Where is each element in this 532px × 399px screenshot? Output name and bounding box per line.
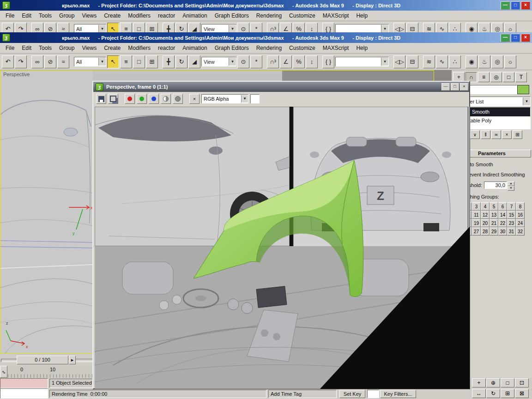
next-frame-arrow[interactable]: ▸ [69, 356, 76, 364]
field-of-view-button[interactable]: ⊠ [515, 389, 529, 398]
undo-button[interactable]: ↶ [2, 23, 14, 33]
select-and-scale-button[interactable]: ◢ [188, 23, 200, 33]
remove-modifier-button[interactable]: × [502, 130, 512, 139]
add-time-tag[interactable]: Add Time Tag [268, 390, 337, 398]
quick-render-button[interactable]: ☼ [504, 23, 516, 33]
selection-filter-dropdown[interactable]: All [74, 57, 106, 66]
clone-render-button[interactable] [108, 94, 118, 104]
render-setup-button[interactable]: ♨ [478, 23, 490, 33]
menu-item[interactable]: reactor [154, 43, 179, 53]
edit-named-sets-button[interactable]: { } [322, 23, 334, 33]
select-object-button[interactable]: ↖ [107, 55, 119, 68]
angle-snap-button[interactable]: ∠ [280, 55, 292, 68]
configure-modifier-sets-button[interactable]: ⊞ [513, 130, 522, 139]
minimize-button[interactable]: — [501, 34, 510, 42]
spinner-up-icon[interactable]: ▲ [508, 181, 514, 186]
smoothing-group-button[interactable]: 4 [481, 202, 490, 211]
named-selection-sets-dropdown[interactable] [335, 57, 389, 66]
schematic-view-button[interactable]: ∴ [449, 23, 461, 33]
mirror-button[interactable]: ◁▷ [393, 55, 405, 68]
set-key-button[interactable]: Set Key [339, 390, 365, 398]
make-unique-button[interactable]: ≍ [491, 130, 501, 139]
mini-curve-editor-button[interactable]: ∿ [0, 366, 7, 378]
smoothing-group-button[interactable]: 6 [498, 202, 507, 211]
use-pivot-point-button[interactable]: ⊙ [237, 55, 249, 68]
smoothing-group-button[interactable]: 8 [516, 202, 525, 211]
select-and-move-button[interactable]: ╋ [163, 23, 175, 33]
menu-item[interactable]: Graph Editors [211, 11, 253, 20]
close-button[interactable]: × [521, 1, 530, 10]
close-button[interactable]: × [521, 34, 530, 42]
menu-item[interactable]: File [2, 43, 18, 53]
smoothing-group-button[interactable]: 24 [516, 219, 525, 227]
use-pivot-point-button[interactable]: ⊙ [237, 23, 249, 33]
smoothing-group-button[interactable]: 28 [481, 227, 490, 236]
maximize-button[interactable]: □ [451, 83, 459, 91]
select-and-scale-button[interactable]: ◢ [188, 55, 200, 68]
bind-to-space-warp-button[interactable]: ≈ [57, 23, 69, 33]
green-channel-button[interactable] [137, 94, 147, 104]
menu-item[interactable]: Graph Editors [211, 43, 253, 53]
menu-item[interactable]: Customize [285, 11, 319, 20]
zoom-all-button[interactable]: ⊕ [486, 378, 500, 387]
select-and-rotate-button[interactable]: ↻ [175, 23, 187, 33]
smoothing-group-button[interactable]: 22 [498, 219, 507, 227]
mirror-button[interactable]: ◁▷ [393, 23, 405, 33]
listener-macro-line[interactable] [0, 378, 48, 388]
pan-button[interactable]: ↔ [472, 389, 486, 398]
menu-item[interactable]: Create [100, 11, 124, 20]
background-color-swatch[interactable] [250, 94, 260, 103]
key-filters-button[interactable]: Key Filters... [380, 390, 416, 398]
selection-filter-dropdown[interactable]: All [74, 24, 106, 32]
close-button[interactable]: × [460, 83, 468, 91]
menu-item[interactable]: Group [55, 11, 78, 20]
menu-item[interactable]: Rendering [253, 11, 285, 20]
blue-channel-button[interactable] [149, 94, 159, 104]
maximize-viewport-button[interactable]: ⊞ [501, 389, 514, 398]
angle-snap-button[interactable]: ∠ [280, 23, 292, 33]
smoothing-group-button[interactable]: 16 [516, 211, 525, 219]
align-button[interactable]: ⊟ [406, 23, 418, 33]
tab-hierarchy[interactable]: ≡ [478, 72, 490, 82]
smoothing-group-button[interactable]: 12 [481, 211, 490, 219]
smoothing-group-button[interactable]: 32 [516, 227, 525, 236]
pin-stack-button[interactable]: ∨ [470, 130, 480, 139]
quick-render-button[interactable]: ☼ [504, 55, 516, 68]
spinner-snap-button[interactable]: ↕ [306, 23, 318, 33]
schematic-view-button[interactable]: ∴ [449, 55, 461, 68]
select-object-button[interactable]: ↖ [107, 23, 119, 33]
alpha-channel-button[interactable] [173, 94, 183, 104]
snaps-toggle-button[interactable]: ∩³ [267, 23, 279, 33]
time-slider-handle[interactable]: 0 / 100 [17, 356, 68, 364]
align-button[interactable]: ⊟ [406, 55, 418, 68]
layer-manager-button[interactable]: ≋ [423, 23, 435, 33]
minimize-button[interactable]: — [501, 1, 510, 10]
material-editor-button[interactable]: ◉ [466, 23, 478, 33]
menu-item[interactable]: MAXScript [319, 11, 353, 20]
smoothing-group-button[interactable]: 11 [472, 211, 481, 219]
smoothing-group-button[interactable]: 20 [481, 219, 490, 227]
combo-arrow-icon[interactable] [229, 25, 236, 32]
reference-coordinate-dropdown[interactable]: View [201, 24, 236, 32]
combo-arrow-icon[interactable] [381, 58, 388, 66]
maximize-button[interactable]: □ [511, 1, 520, 10]
menu-item[interactable]: Edit [18, 43, 35, 53]
select-and-rotate-button[interactable]: ↻ [175, 55, 187, 68]
combo-arrow-icon[interactable] [381, 25, 388, 32]
smoothing-group-button[interactable]: 13 [490, 211, 498, 219]
curve-editor-button[interactable]: ∿ [436, 23, 448, 33]
select-and-link-button[interactable]: ∞ [31, 23, 43, 33]
title-bar[interactable]: ʒ крыло.max - Project Folder: C:\Documen… [0, 32, 532, 43]
menu-item[interactable]: Customize [285, 43, 319, 53]
menu-item[interactable]: Help [352, 43, 371, 53]
redo-button[interactable]: ↷ [15, 55, 27, 68]
redo-button[interactable]: ↷ [15, 23, 27, 33]
menu-item[interactable]: Views [78, 43, 100, 53]
named-selection-sets-dropdown[interactable] [335, 24, 389, 32]
window-crossing-button[interactable]: ⊞ [146, 23, 158, 33]
zoom-region-button[interactable]: ⊡ [515, 378, 529, 387]
snaps-toggle-button[interactable]: ∩³ [267, 55, 279, 68]
menu-item[interactable]: reactor [154, 11, 179, 20]
menu-item[interactable]: Create [100, 43, 124, 53]
menu-item[interactable]: Tools [35, 43, 55, 53]
